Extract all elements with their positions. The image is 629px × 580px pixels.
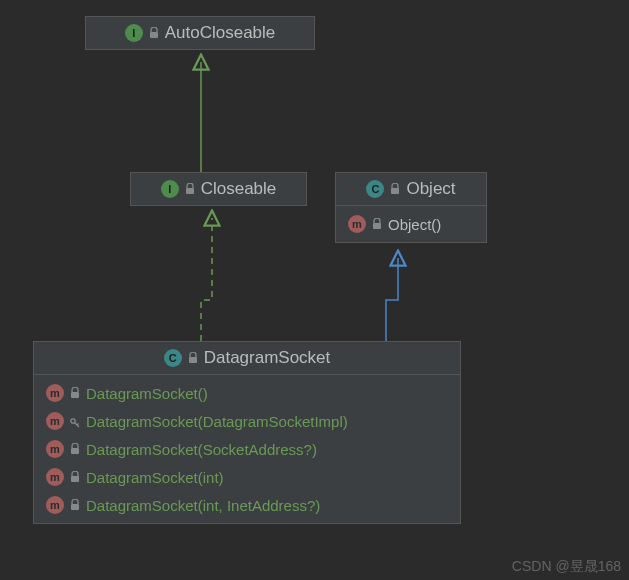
lock-icon: [372, 218, 382, 230]
lock-icon: [188, 352, 198, 364]
class-icon: C: [366, 180, 384, 198]
member-row: m DatagramSocket(int, InetAddress?): [34, 491, 460, 519]
member-row: m Object(): [336, 210, 486, 238]
node-header: C Object: [336, 173, 486, 206]
node-closeable[interactable]: I Closeable: [130, 172, 307, 206]
lock-icon: [70, 443, 80, 455]
svg-rect-3: [391, 188, 399, 194]
node-autocloseable[interactable]: I AutoCloseable: [85, 16, 315, 50]
svg-rect-10: [71, 504, 79, 510]
node-title: Closeable: [201, 179, 277, 199]
svg-rect-8: [71, 448, 79, 454]
node-members: m Object(): [336, 206, 486, 242]
member-label: DatagramSocket(): [86, 385, 208, 402]
svg-rect-1: [150, 32, 158, 38]
node-header: I Closeable: [131, 173, 306, 205]
member-row: m DatagramSocket(): [34, 379, 460, 407]
interface-icon: I: [161, 180, 179, 198]
lock-icon: [70, 387, 80, 399]
lock-icon: [149, 27, 159, 39]
svg-rect-5: [189, 357, 197, 363]
node-header: C DatagramSocket: [34, 342, 460, 375]
lock-icon: [390, 183, 400, 195]
member-label: DatagramSocket(int, InetAddress?): [86, 497, 320, 514]
member-row: m DatagramSocket(int): [34, 463, 460, 491]
svg-rect-4: [373, 223, 381, 229]
member-label: DatagramSocket(DatagramSocketImpl): [86, 413, 348, 430]
node-title: Object: [406, 179, 455, 199]
member-label: DatagramSocket(SocketAddress?): [86, 441, 317, 458]
node-object[interactable]: C Object m Object(): [335, 172, 487, 243]
member-row: m DatagramSocket(DatagramSocketImpl): [34, 407, 460, 435]
svg-rect-9: [71, 476, 79, 482]
class-icon: C: [164, 349, 182, 367]
svg-rect-2: [186, 188, 194, 194]
lock-icon: [185, 183, 195, 195]
method-icon: m: [46, 468, 64, 486]
member-label: Object(): [388, 216, 441, 233]
node-header: I AutoCloseable: [86, 17, 314, 49]
node-title: DatagramSocket: [204, 348, 331, 368]
method-icon: m: [46, 412, 64, 430]
svg-rect-6: [71, 392, 79, 398]
node-datagramsocket[interactable]: C DatagramSocket m DatagramSocket() m Da…: [33, 341, 461, 524]
method-icon: m: [348, 215, 366, 233]
member-label: DatagramSocket(int): [86, 469, 224, 486]
lock-icon: [70, 499, 80, 511]
interface-icon: I: [125, 24, 143, 42]
member-row: m DatagramSocket(SocketAddress?): [34, 435, 460, 463]
method-icon: m: [46, 440, 64, 458]
method-icon: m: [46, 384, 64, 402]
method-icon: m: [46, 496, 64, 514]
node-members: m DatagramSocket() m DatagramSocket(Data…: [34, 375, 460, 523]
node-title: AutoCloseable: [165, 23, 276, 43]
key-icon: [70, 415, 80, 427]
watermark: CSDN @昱晟168: [512, 558, 621, 576]
lock-icon: [70, 471, 80, 483]
